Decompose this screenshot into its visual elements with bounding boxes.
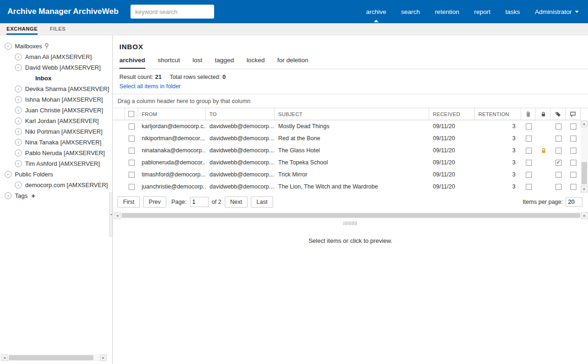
- tag-checkbox[interactable]: [555, 172, 562, 178]
- table-row[interactable]: juanchristie@democorp....davidwebb@democ…: [113, 181, 581, 193]
- row-select-checkbox[interactable]: [129, 172, 135, 178]
- tree-item[interactable]: ›Niki Portman [AMXSERVER]: [0, 126, 112, 137]
- table-row[interactable]: karljordan@democorp.c...davidwebb@democo…: [113, 120, 581, 132]
- column-header-tag[interactable]: [551, 108, 566, 120]
- comment-checkbox[interactable]: [570, 172, 576, 178]
- view-tab-archived[interactable]: archived: [119, 57, 145, 69]
- sidebar-collapse-handle[interactable]: ◄: [109, 192, 112, 237]
- attachment-checkbox[interactable]: [526, 172, 532, 178]
- view-tab-locked[interactable]: locked: [247, 57, 265, 69]
- group-by-zone[interactable]: Drag a column header here to group by th…: [113, 94, 588, 108]
- attachment-checkbox[interactable]: [526, 160, 532, 166]
- table-horizontal-scrollbar[interactable]: ◄ ►: [114, 212, 588, 219]
- nav-report[interactable]: report: [474, 0, 490, 23]
- comment-checkbox[interactable]: [570, 160, 576, 166]
- tag-checkbox[interactable]: [555, 136, 562, 142]
- nav-archive[interactable]: archive: [366, 0, 386, 23]
- splitter-grip[interactable]: [344, 221, 358, 225]
- view-tab-lost[interactable]: lost: [193, 57, 203, 69]
- scroll-up-icon[interactable]: ▲: [581, 120, 588, 127]
- last-page-button[interactable]: Last: [251, 196, 273, 208]
- table-vertical-scrollbar[interactable]: ▲ ▼: [581, 120, 588, 193]
- row-select-checkbox[interactable]: [129, 136, 135, 142]
- tree-item[interactable]: ›Karl Jordan [AMXSERVER]: [0, 116, 112, 126]
- column-header-to[interactable]: TO: [206, 108, 274, 120]
- next-page-button[interactable]: Next: [225, 196, 248, 208]
- nav-tasks[interactable]: tasks: [505, 0, 520, 23]
- row-select-checkbox[interactable]: [129, 148, 135, 154]
- tree-item[interactable]: ›Tim Ashford [AMXSERVER]: [0, 158, 112, 169]
- items-per-page-input[interactable]: [566, 197, 582, 207]
- tree-item[interactable]: ›Ishna Mohan [AMXSERVER]: [0, 94, 112, 105]
- column-header-subject[interactable]: SUBJECT: [274, 108, 429, 120]
- cell-subject[interactable]: The Topeka School: [274, 159, 429, 166]
- tree-item[interactable]: Inbox: [0, 73, 112, 84]
- tree-item[interactable]: ›Mailboxes: [0, 41, 112, 52]
- select-all-column-header[interactable]: [125, 108, 138, 120]
- expand-icon[interactable]: ›: [15, 128, 22, 135]
- scroll-down-icon[interactable]: ▼: [581, 186, 588, 193]
- table-row[interactable]: ninatanaka@democorp....davidwebb@democor…: [113, 144, 581, 156]
- comment-checkbox[interactable]: [570, 136, 576, 142]
- sidebar-horizontal-scrollbar[interactable]: ◄ ►: [1, 354, 107, 361]
- expand-icon[interactable]: ›: [15, 53, 22, 60]
- scroll-left-icon[interactable]: ◄: [1, 354, 8, 361]
- expand-icon[interactable]: ›: [15, 150, 22, 156]
- column-header-retention[interactable]: RETENTION: [475, 108, 521, 120]
- tree-item[interactable]: ›Aman Ali [AMXSERVER]: [0, 52, 112, 62]
- first-page-button[interactable]: First: [118, 196, 140, 208]
- select-all-items-link[interactable]: Select all items in folder: [119, 83, 181, 90]
- tree-item[interactable]: ›Tags+: [0, 190, 112, 201]
- expand-icon[interactable]: ›: [15, 139, 22, 146]
- tree-item[interactable]: ›Juan Christie [AMXSERVER]: [0, 105, 112, 116]
- collapse-icon[interactable]: ›: [5, 171, 12, 178]
- row-select-checkbox[interactable]: [129, 160, 135, 166]
- expand-icon[interactable]: ›: [15, 85, 22, 92]
- table-row[interactable]: timashford@democorp....davidwebb@democor…: [113, 169, 581, 181]
- scroll-right-icon[interactable]: ►: [581, 212, 588, 219]
- nav-search[interactable]: search: [401, 0, 420, 23]
- column-header-received[interactable]: RECEIVED: [429, 108, 475, 120]
- view-tab-shortcut[interactable]: shortcut: [158, 57, 180, 69]
- view-tab-tagged[interactable]: tagged: [215, 57, 234, 69]
- tag-checkbox[interactable]: [555, 184, 562, 190]
- cell-subject[interactable]: Red at the Bone: [274, 135, 429, 142]
- expand-icon[interactable]: ›: [15, 182, 22, 188]
- column-header-from[interactable]: FROM: [138, 108, 206, 120]
- attachment-checkbox[interactable]: [526, 136, 532, 142]
- tree-item[interactable]: ›democorp.com [AMXSERVER]: [0, 180, 112, 190]
- comment-checkbox[interactable]: [570, 124, 576, 130]
- tree-item[interactable]: ›Nina Tanaka [AMXSERVER]: [0, 137, 112, 148]
- cell-subject[interactable]: The Glass Hotel: [274, 147, 429, 154]
- attachment-checkbox[interactable]: [526, 124, 532, 130]
- tag-checkbox[interactable]: [555, 124, 562, 130]
- tree-item[interactable]: ›Devika Sharma [AMXSERVER]: [0, 84, 112, 94]
- keyword-search-input[interactable]: [131, 5, 214, 19]
- expand-icon[interactable]: ›: [15, 160, 22, 167]
- tree-item[interactable]: ›Pablo Neruda [AMXSERVER]: [0, 148, 112, 158]
- select-all-checkbox[interactable]: [128, 111, 134, 117]
- scrollbar-thumb[interactable]: [122, 213, 580, 218]
- view-tab-for-deletion[interactable]: for deletion: [277, 57, 308, 69]
- expand-icon[interactable]: ›: [15, 96, 22, 103]
- tag-checkbox[interactable]: ✓: [555, 160, 562, 166]
- scroll-right-icon[interactable]: ►: [100, 354, 107, 361]
- expand-icon[interactable]: ›: [15, 107, 22, 114]
- tag-checkbox[interactable]: [555, 148, 562, 154]
- tab-files[interactable]: FILES: [50, 23, 65, 35]
- column-header-lock[interactable]: [536, 108, 551, 120]
- cell-subject[interactable]: The Lion, The Witch and the Wardrobe: [274, 183, 429, 190]
- tree-item[interactable]: ›David Webb [AMXSERVER]: [0, 62, 112, 73]
- comment-checkbox[interactable]: [570, 184, 576, 190]
- scroll-left-icon[interactable]: ◄: [114, 212, 121, 219]
- row-select-checkbox[interactable]: [129, 184, 135, 190]
- nav-retention[interactable]: retention: [435, 0, 459, 23]
- table-row[interactable]: pabloneruda@democor...davidwebb@democorp…: [113, 156, 581, 169]
- row-select-checkbox[interactable]: [129, 124, 135, 130]
- cell-subject[interactable]: Mostly Dead Things: [274, 123, 429, 130]
- collapse-icon[interactable]: ›: [5, 43, 12, 50]
- tree-item[interactable]: ›Public Folders: [0, 169, 112, 180]
- tab-exchange[interactable]: EXCHANGE: [7, 23, 38, 35]
- comment-checkbox[interactable]: [570, 148, 576, 154]
- column-header-attachment[interactable]: [521, 108, 536, 120]
